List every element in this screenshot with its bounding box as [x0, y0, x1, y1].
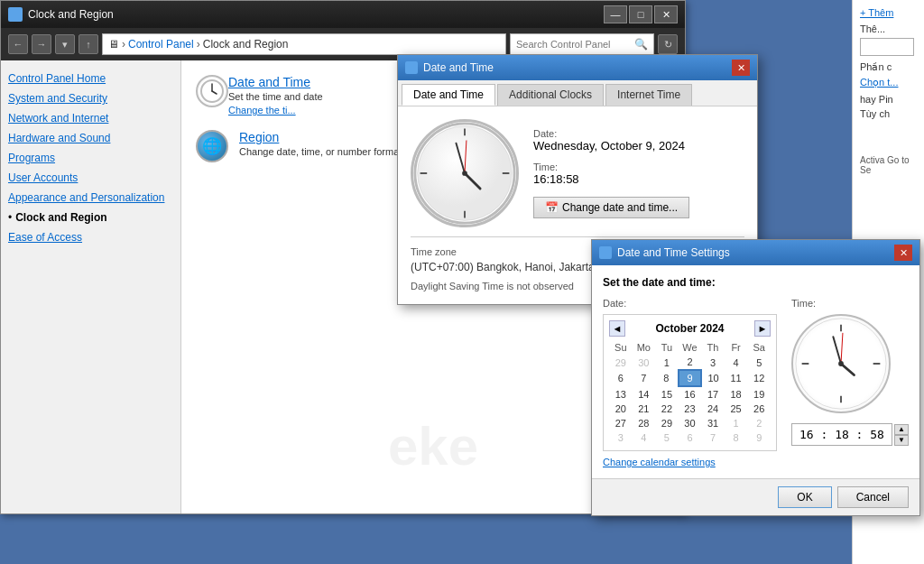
- sidebar-item-appearance[interactable]: Appearance and Personalization: [8, 190, 173, 205]
- region-desc: Change date, time, or number formats: [239, 146, 407, 157]
- calendar-day[interactable]: 5: [747, 355, 771, 370]
- calendar-day[interactable]: 30: [679, 416, 702, 430]
- time-col-label: Time:: [791, 298, 909, 309]
- calendar-day[interactable]: 7: [701, 430, 725, 445]
- more-link[interactable]: + Thêm: [860, 7, 917, 18]
- calendar-day[interactable]: 7: [633, 370, 656, 386]
- time-input-row: 16 : 18 : 58 ▲ ▼: [791, 423, 909, 446]
- minimize-button[interactable]: —: [604, 5, 627, 23]
- calendar-day[interactable]: 1: [725, 416, 748, 430]
- settings-dialog-close[interactable]: ✕: [894, 245, 912, 261]
- time-decrement-button[interactable]: ▼: [894, 435, 909, 446]
- calendar-day[interactable]: 6: [679, 430, 702, 445]
- right-input[interactable]: [860, 38, 914, 56]
- tab-internet-time[interactable]: Internet Time: [605, 84, 692, 106]
- change-datetime-button[interactable]: 📅 Change date and time...: [533, 197, 689, 218]
- time-display[interactable]: 16 : 18 : 58: [791, 423, 892, 446]
- calendar-day[interactable]: 22: [655, 402, 679, 416]
- calendar-day[interactable]: 25: [725, 402, 748, 416]
- calendar-day[interactable]: 26: [747, 402, 771, 416]
- change-calendar-settings-link[interactable]: Change calendar settings: [603, 457, 777, 467]
- calendar-day[interactable]: 15: [655, 386, 679, 402]
- calendar-day[interactable]: 14: [633, 386, 656, 402]
- ok-button[interactable]: OK: [778, 486, 831, 508]
- calendar-day[interactable]: 3: [701, 355, 725, 370]
- calendar-day[interactable]: 27: [609, 416, 633, 430]
- date-label: Date:: [533, 128, 744, 139]
- calendar-day[interactable]: 18: [725, 386, 748, 402]
- calendar-day[interactable]: 4: [633, 430, 656, 445]
- path-icon: 🖥: [108, 38, 119, 51]
- search-input[interactable]: [516, 39, 631, 50]
- calendar-day[interactable]: 9: [679, 370, 702, 386]
- calendar-day[interactable]: 9: [747, 430, 771, 445]
- sidebar-item-system-security[interactable]: System and Security: [8, 91, 173, 106]
- datetime-icon: [196, 75, 228, 107]
- datetime-change-link[interactable]: Change the ti...: [228, 105, 296, 116]
- calendar-day[interactable]: 4: [725, 355, 748, 370]
- calendar-day[interactable]: 30: [633, 355, 656, 370]
- forward-button[interactable]: →: [32, 34, 51, 54]
- calendar-day[interactable]: 8: [725, 430, 748, 445]
- calendar-day[interactable]: 29: [609, 355, 633, 370]
- settings-subtitle: Set the date and time:: [603, 276, 909, 289]
- sidebar-item-ease-access[interactable]: Ease of Access: [8, 230, 173, 245]
- settings-dialog-title: Date and Time Settings: [617, 246, 894, 259]
- calendar-day[interactable]: 6: [609, 370, 633, 386]
- right-label3: hay Pin: [860, 94, 917, 105]
- sidebar-item-clock-region[interactable]: Clock and Region: [15, 210, 106, 225]
- dropdown-button[interactable]: ▾: [55, 34, 75, 54]
- cancel-button[interactable]: Cancel: [837, 486, 909, 508]
- time-column: Time: 16 : 18 : 58 ▲: [791, 298, 909, 467]
- cal-header-th: Th: [701, 340, 725, 355]
- datetime-dialog-close[interactable]: ✕: [732, 60, 750, 76]
- path-control-panel[interactable]: Control Panel: [128, 38, 194, 51]
- tab-date-time[interactable]: Date and Time: [402, 84, 495, 106]
- calendar-day[interactable]: 31: [701, 416, 725, 430]
- calendar-day[interactable]: 21: [633, 402, 656, 416]
- calendar-day[interactable]: 20: [609, 402, 633, 416]
- close-button[interactable]: ✕: [654, 5, 678, 23]
- calendar-prev-button[interactable]: ◄: [609, 320, 625, 337]
- tab-additional-clocks[interactable]: Additional Clocks: [497, 84, 604, 106]
- up-button[interactable]: ↑: [79, 34, 98, 54]
- calendar-day[interactable]: 3: [609, 430, 633, 445]
- datetime-dialog-title: Date and Time: [423, 61, 732, 74]
- back-button[interactable]: ←: [8, 34, 28, 54]
- sidebar-item-hardware-sound[interactable]: Hardware and Sound: [8, 131, 173, 145]
- settings-analog-clock: [791, 314, 891, 413]
- calendar-day[interactable]: 5: [655, 430, 679, 445]
- calendar-day[interactable]: 29: [655, 416, 679, 430]
- sidebar-item-control-panel-home[interactable]: Control Panel Home: [8, 71, 173, 86]
- calendar-next-button[interactable]: ►: [754, 320, 771, 337]
- calendar-day[interactable]: 1: [655, 355, 679, 370]
- time-increment-button[interactable]: ▲: [894, 424, 909, 435]
- calendar-day[interactable]: 11: [725, 370, 748, 386]
- region-title-link[interactable]: Region: [239, 130, 279, 144]
- calendar-day[interactable]: 28: [633, 416, 656, 430]
- date-col-label: Date:: [603, 298, 777, 309]
- calendar-day[interactable]: 13: [609, 386, 633, 402]
- calendar-day[interactable]: 10: [701, 370, 725, 386]
- sidebar-item-user-accounts[interactable]: User Accounts: [8, 171, 173, 185]
- calendar-day[interactable]: 23: [679, 402, 702, 416]
- cal-header-su: Su: [609, 340, 633, 355]
- sidebar-item-programs[interactable]: Programs: [8, 151, 173, 165]
- datetime-title-link[interactable]: Date and Time: [228, 75, 310, 89]
- refresh-button[interactable]: ↻: [658, 34, 678, 54]
- sidebar-item-network-internet[interactable]: Network and Internet: [8, 111, 173, 125]
- calendar-day[interactable]: 8: [655, 370, 679, 386]
- calendar-day[interactable]: 2: [679, 355, 702, 370]
- calendar-day[interactable]: 2: [747, 416, 771, 430]
- cal-header-sa: Sa: [747, 340, 771, 355]
- choose-link[interactable]: Chọn t...: [860, 77, 917, 88]
- datetime-dialog-icon: [405, 61, 418, 74]
- calendar-icon: 📅: [545, 201, 559, 214]
- calendar-day[interactable]: 12: [747, 370, 771, 386]
- calendar-day[interactable]: 17: [701, 386, 725, 402]
- calendar-day[interactable]: 16: [679, 386, 702, 402]
- calendar-day[interactable]: 19: [747, 386, 771, 402]
- time-label: Time:: [533, 162, 744, 172]
- maximize-button[interactable]: □: [629, 5, 652, 23]
- calendar-day[interactable]: 24: [701, 402, 725, 416]
